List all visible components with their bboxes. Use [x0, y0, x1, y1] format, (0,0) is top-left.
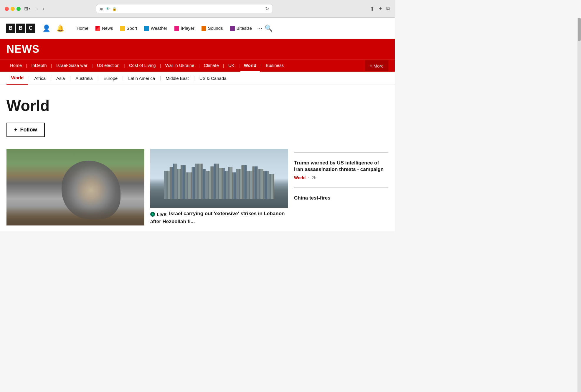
sidebar-article-2[interactable]: China test-fires	[294, 191, 388, 207]
sub-nav-asia[interactable]: Asia	[52, 72, 70, 84]
maximize-button[interactable]	[16, 7, 21, 11]
plus-icon: +	[14, 127, 17, 133]
sub-nav-us-canada[interactable]: US & Canada	[195, 72, 231, 84]
reload-button[interactable]: ↻	[265, 6, 269, 11]
article-main[interactable]	[6, 149, 144, 225]
nav-weather[interactable]: Weather	[141, 24, 170, 32]
traffic-lights	[5, 7, 21, 11]
nav-sounds[interactable]: Sounds	[199, 24, 226, 32]
sub-nav-europe[interactable]: Europe	[99, 72, 122, 84]
sep-6: |	[198, 63, 199, 68]
sub-nav: World | Africa | Asia | Australia | Euro…	[0, 72, 395, 85]
news-grid: LIVE Israel carrying out 'extensive' str…	[6, 149, 388, 225]
section-nav-uselection[interactable]: US election	[93, 60, 123, 72]
section-nav-costofliving[interactable]: Cost of Living	[126, 60, 159, 72]
bitesize-icon	[230, 26, 235, 31]
sidebar-divider-2	[294, 187, 388, 188]
sidebar-dot-1: ·	[308, 175, 309, 180]
sep-8: |	[238, 63, 240, 68]
article-secondary-image	[150, 149, 288, 208]
sub-nav-world[interactable]: World	[6, 72, 28, 85]
page-title: World	[6, 97, 388, 114]
bbc-logo-b1: B	[6, 24, 15, 33]
bbc-logo-c: C	[26, 24, 35, 33]
chevron-down-icon: ▾	[29, 7, 30, 11]
sidebar-tag-1: World	[294, 175, 306, 180]
sep-5: |	[160, 63, 161, 68]
tabs-button[interactable]: ⧉	[386, 5, 390, 12]
sub-nav-latin-america[interactable]: Latin America	[123, 72, 160, 84]
article-secondary[interactable]: LIVE Israel carrying out 'extensive' str…	[150, 149, 288, 225]
section-nav-home[interactable]: Home	[6, 60, 25, 72]
sounds-icon	[202, 26, 206, 31]
sub-nav-australia[interactable]: Australia	[71, 72, 97, 84]
main-content: World + Follow LIVE Israel carrying out …	[0, 85, 395, 231]
visibility-icon: 👁	[106, 6, 110, 11]
section-nav-climate[interactable]: Climate	[200, 60, 222, 72]
news-banner: NEWS	[0, 39, 395, 60]
close-button[interactable]	[5, 7, 9, 11]
sidebar-headline-1: Trump warned by US intelligence of Iran …	[294, 160, 388, 173]
follow-label: Follow	[20, 127, 37, 133]
section-nav-uk[interactable]: UK	[225, 60, 238, 72]
live-dot-icon	[150, 212, 155, 217]
browser-navigation: ‹ ›	[35, 5, 46, 12]
page-icon: ⊕	[100, 6, 103, 11]
more-menu-button[interactable]: ···	[257, 25, 262, 32]
live-badge: LIVE	[150, 212, 166, 217]
sep-9: |	[260, 63, 262, 68]
iplayer-icon	[174, 26, 179, 31]
nav-bitesize[interactable]: Bitesize	[227, 24, 255, 32]
section-nav-more-button[interactable]: ≡ More	[365, 60, 388, 71]
search-button[interactable]: 🔍	[265, 24, 273, 32]
weather-icon	[144, 26, 149, 31]
user-icon[interactable]: 👤	[42, 24, 50, 32]
top-nav-links: Home News Sport Weather iPlayer Sounds	[74, 24, 273, 32]
lock-icon: 🔒	[112, 7, 117, 11]
sidebar-headline-2: China test-fires	[294, 195, 388, 201]
section-nav-world[interactable]: World	[240, 60, 260, 72]
nav-news[interactable]: News	[93, 24, 116, 32]
url-input[interactable]: www.bbc.co.uk/news/world	[119, 6, 263, 11]
bbc-logo-b2: B	[16, 24, 25, 33]
nav-home[interactable]: Home	[74, 24, 91, 32]
sidebar-icon: ⊞	[24, 6, 28, 11]
section-nav-indepth[interactable]: InDepth	[28, 60, 50, 72]
nav-iplayer[interactable]: iPlayer	[171, 24, 197, 32]
sidebar-article-1[interactable]: Trump warned by US intelligence of Iran …	[294, 156, 388, 184]
sep-2: |	[51, 63, 52, 68]
sport-icon	[120, 26, 125, 31]
sub-nav-africa[interactable]: Africa	[29, 72, 50, 84]
browser-actions: ⬆ + ⧉	[370, 5, 390, 12]
bbc-logo[interactable]: B B C	[6, 24, 35, 33]
section-nav-israel-gaza[interactable]: Israel-Gaza war	[53, 60, 91, 72]
browser-chrome: ⊞ ▾ ‹ › ⊕ 👁 🔒 www.bbc.co.uk/news/world ↻…	[0, 0, 395, 18]
top-nav-user-icons: 👤 🔔	[42, 24, 64, 32]
sidebar-toggle-button[interactable]: ⊞ ▾	[24, 6, 30, 11]
live-text: LIVE	[157, 212, 166, 217]
follow-button[interactable]: + Follow	[6, 123, 45, 137]
top-nav: B B C 👤 🔔 Home News Sport Weather	[0, 18, 395, 39]
article-main-image	[6, 149, 144, 225]
sidebar-divider-top	[294, 152, 388, 153]
nav-sport[interactable]: Sport	[117, 24, 140, 32]
address-bar[interactable]: ⊕ 👁 🔒 www.bbc.co.uk/news/world ↻	[96, 4, 273, 13]
sep-3: |	[92, 63, 93, 68]
sep-7: |	[223, 63, 224, 68]
sep-4: |	[124, 63, 125, 68]
notifications-icon[interactable]: 🔔	[56, 24, 64, 32]
section-nav: Home | InDepth | Israel-Gaza war | US el…	[0, 60, 395, 72]
news-title: NEWS	[6, 43, 388, 55]
sep-1: |	[26, 63, 27, 68]
section-nav-business[interactable]: Business	[262, 60, 287, 72]
minimize-button[interactable]	[11, 7, 15, 11]
article-secondary-headline: Israel carrying out 'extensive' strikes …	[150, 211, 285, 224]
sub-nav-middle-east[interactable]: Middle East	[161, 72, 193, 84]
forward-button[interactable]: ›	[42, 5, 46, 12]
section-nav-ukraine[interactable]: War in Ukraine	[162, 60, 198, 72]
share-button[interactable]: ⬆	[370, 5, 374, 12]
news-sidebar: Trump warned by US intelligence of Iran …	[294, 149, 388, 207]
sidebar-meta-1: World · 2h	[294, 175, 388, 180]
back-button[interactable]: ‹	[35, 5, 39, 12]
new-tab-button[interactable]: +	[379, 5, 382, 12]
